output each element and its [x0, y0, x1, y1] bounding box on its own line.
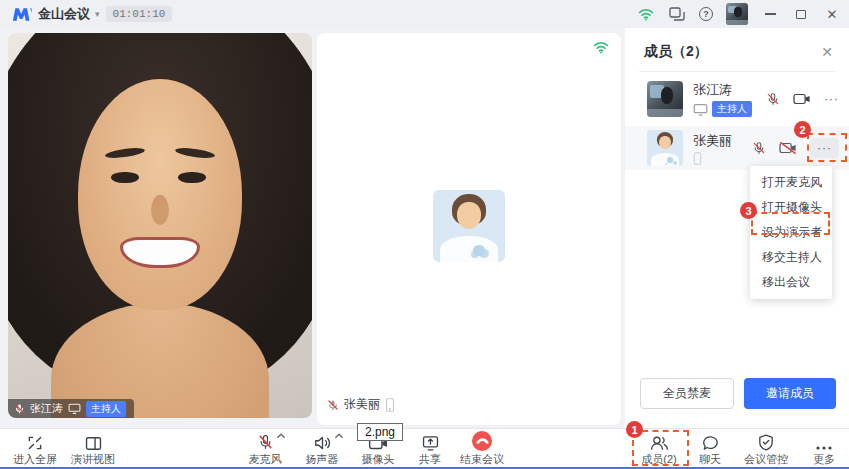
annotation-badge-step3: 3 — [740, 202, 757, 219]
help-icon[interactable]: ? — [699, 7, 713, 21]
chevron-up-icon[interactable] — [334, 433, 343, 439]
annotation-badge-step1: 1 — [626, 421, 643, 438]
shield-check-icon — [758, 432, 774, 451]
desktop-icon — [68, 403, 81, 414]
chevron-down-icon[interactable]: ▾ — [95, 9, 100, 19]
host-video-feed — [8, 33, 312, 418]
speaker-icon — [313, 432, 331, 451]
members-icon — [649, 432, 669, 451]
participant-avatar-placeholder — [433, 190, 505, 262]
chevron-up-icon[interactable] — [276, 433, 285, 439]
close-button[interactable]: ✕ — [823, 5, 841, 23]
phone-icon — [693, 152, 702, 165]
share-button[interactable]: 共享 — [419, 432, 441, 467]
mic-button[interactable]: 麦克风 — [249, 432, 282, 467]
mic-muted-icon — [14, 402, 25, 415]
menu-item-open-mic[interactable]: 打开麦克风 — [750, 170, 832, 195]
fullscreen-button[interactable]: 进入全屏 — [13, 432, 57, 467]
secondary-video-name: 张美丽 — [344, 396, 380, 413]
main-video-name: 张江涛 — [30, 401, 63, 416]
speaker-view-button[interactable]: 演讲视图 — [71, 432, 115, 467]
menu-item-transfer-host[interactable]: 移交主持人 — [750, 245, 832, 270]
bottom-toolbar: 进入全屏 演讲视图 麦克风 — [0, 428, 849, 467]
member-context-menu: 打开麦克风 打开摄像头 设为演示者 移交主持人 移出会议 — [750, 166, 832, 299]
mic-muted-icon — [327, 398, 339, 412]
app-logo-icon — [12, 6, 32, 22]
member-row-participant[interactable]: 张美丽 ··· — [625, 126, 849, 170]
mic-muted-icon[interactable] — [752, 140, 766, 156]
secondary-video-name-bar: 张美丽 — [327, 396, 395, 413]
close-panel-icon[interactable]: ✕ — [821, 44, 833, 60]
chat-button[interactable]: 聊天 — [699, 432, 721, 467]
mic-muted-icon — [257, 432, 273, 451]
titlebar: 金山会议 ▾ 01:01:10 ? ✕ — [0, 0, 849, 28]
menu-item-remove[interactable]: 移出会议 — [750, 270, 832, 295]
member-name: 张美丽 — [693, 132, 732, 150]
share-screen-icon — [422, 432, 439, 451]
member-avatar — [647, 130, 683, 166]
user-avatar[interactable] — [726, 3, 748, 25]
meeting-app-window: 金山会议 ▾ 01:01:10 ? ✕ — [0, 0, 849, 469]
desktop-icon — [693, 103, 708, 116]
speaker-button[interactable]: 扬声器 — [306, 432, 339, 467]
member-avatar — [647, 81, 683, 117]
member-more-button[interactable]: ··· — [810, 138, 839, 158]
wifi-icon — [593, 41, 609, 54]
member-row-host[interactable]: 张江涛 主持人 ··· — [625, 76, 849, 122]
invite-members-button[interactable]: 邀请成员 — [744, 378, 836, 409]
phone-icon — [385, 398, 395, 412]
members-button[interactable]: 成员(2) — [641, 432, 676, 467]
network-signal-icon[interactable] — [637, 5, 655, 23]
end-meeting-button[interactable]: 结束会议 — [460, 432, 504, 467]
more-button[interactable]: 更多 — [813, 432, 835, 467]
members-panel-title: 成员（2） — [644, 43, 708, 61]
camera-on-icon[interactable] — [793, 92, 811, 106]
maximize-button[interactable] — [792, 5, 810, 23]
camera-tooltip: 2.png — [357, 423, 403, 441]
mute-all-button[interactable]: 全员禁麦 — [640, 378, 734, 409]
chat-bubble-icon — [702, 432, 719, 451]
app-name: 金山会议 — [38, 5, 90, 23]
secondary-video-tile[interactable]: 张美丽 — [317, 33, 621, 425]
more-dots-icon — [815, 432, 833, 451]
main-video-name-bar: 张江涛 主持人 — [8, 399, 134, 418]
expand-icon — [27, 432, 43, 451]
divider — [639, 71, 835, 72]
member-name: 张江涛 — [693, 81, 752, 99]
annotation-badge-step2: 2 — [794, 121, 811, 138]
end-call-icon — [472, 431, 492, 451]
host-badge: 主持人 — [86, 401, 126, 417]
layout-icon — [85, 432, 102, 451]
menu-item-open-camera[interactable]: 打开摄像头 — [750, 195, 832, 220]
member-more-icon[interactable]: ··· — [824, 92, 839, 106]
menu-item-set-presenter[interactable]: 设为演示者 — [750, 220, 832, 245]
minimize-button[interactable] — [761, 5, 779, 23]
camera-off-icon[interactable] — [779, 141, 797, 155]
meeting-control-button[interactable]: 会议管控 — [744, 432, 788, 467]
screens-share-icon[interactable] — [668, 5, 686, 23]
host-badge: 主持人 — [712, 101, 752, 117]
mic-muted-icon[interactable] — [766, 91, 780, 107]
meeting-timer: 01:01:10 — [106, 6, 173, 22]
main-video-tile[interactable]: 张江涛 主持人 — [8, 33, 312, 418]
